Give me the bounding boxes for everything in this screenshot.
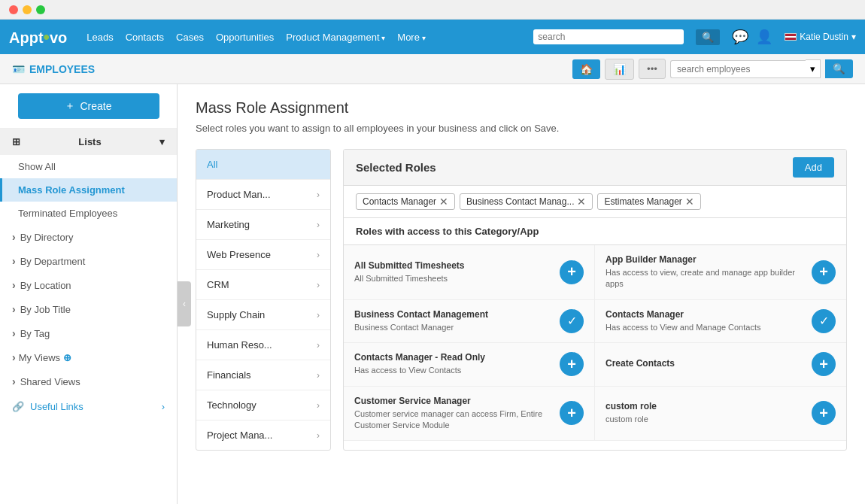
nav-more[interactable]: More bbox=[397, 32, 425, 43]
sidebar: ＋ Create ⊞ Lists ▾ Show All Mass Role As… bbox=[0, 84, 178, 504]
add-role-button[interactable]: + bbox=[560, 352, 584, 376]
my-views-label: My Views bbox=[19, 352, 60, 363]
sidebar-lists-section: ⊞ Lists ▾ Show All Mass Role Assignment … bbox=[0, 128, 177, 225]
cat-financials[interactable]: Financials › bbox=[196, 360, 330, 390]
roles-header: Selected Roles Add bbox=[344, 150, 846, 186]
minimize-button[interactable] bbox=[23, 5, 32, 14]
chart-button[interactable]: 📊 bbox=[605, 59, 634, 80]
role-card-app-builder: App Builder Manager Has access to view, … bbox=[595, 245, 846, 300]
sidebar-group-shared-views[interactable]: Shared Views bbox=[0, 369, 177, 393]
cat-technology[interactable]: Technology › bbox=[196, 390, 330, 421]
sidebar-group-job-title[interactable]: By Job Title bbox=[0, 297, 177, 321]
content-inner: Mass Role Assignment Select roles you wa… bbox=[178, 84, 865, 466]
cat-human-reso[interactable]: Human Reso... › bbox=[196, 330, 330, 360]
nav-opportunities[interactable]: Opportunities bbox=[216, 32, 274, 43]
sidebar-group-tag[interactable]: By Tag bbox=[0, 321, 177, 345]
cat-product-man[interactable]: Product Man... › bbox=[196, 180, 330, 210]
top-search-button[interactable]: 🔍 bbox=[696, 29, 720, 45]
sidebar-lists-header[interactable]: ⊞ Lists ▾ bbox=[0, 129, 177, 155]
add-role-button[interactable]: + bbox=[560, 401, 584, 425]
add-role-button[interactable]: + bbox=[560, 260, 584, 284]
sidebar-group-my-views[interactable]: My Views ⊕ bbox=[0, 345, 177, 369]
notifications-icon[interactable]: 👤 bbox=[756, 29, 772, 45]
roles-access-title: Roles with access to this Category/App bbox=[344, 218, 846, 245]
tag-close-estimates-manager[interactable]: ✕ bbox=[685, 196, 694, 207]
role-name: Create Contacts bbox=[606, 358, 804, 369]
messages-icon[interactable]: 💬 bbox=[732, 29, 748, 45]
cat-crm[interactable]: CRM › bbox=[196, 270, 330, 300]
checked-role-button[interactable]: ✓ bbox=[812, 309, 836, 333]
tag-close-contacts-manager[interactable]: ✕ bbox=[439, 196, 448, 207]
cat-arrow: › bbox=[317, 310, 320, 320]
add-role-button[interactable]: + bbox=[812, 260, 836, 284]
sidebar-item-show-all[interactable]: Show All bbox=[0, 155, 177, 178]
home-button[interactable]: 🏠 bbox=[572, 59, 600, 79]
tag-label: Estimates Manager bbox=[604, 196, 681, 207]
role-info: custom role custom role bbox=[606, 401, 804, 425]
employee-search: ▾ bbox=[670, 59, 821, 78]
close-button[interactable] bbox=[9, 5, 18, 14]
role-desc: All Submitted Timesheets bbox=[354, 273, 552, 284]
tag-estimates-manager: Estimates Manager ✕ bbox=[597, 193, 700, 210]
role-info: Contacts Manager Has access to View and … bbox=[606, 309, 804, 333]
selected-tags: Contacts Manager ✕ Business Contact Mana… bbox=[344, 186, 846, 218]
my-views-add-icon[interactable]: ⊕ bbox=[63, 352, 71, 363]
sidebar-item-terminated[interactable]: Terminated Employees bbox=[0, 202, 177, 225]
top-search-input[interactable] bbox=[538, 32, 658, 42]
cat-arrow: › bbox=[317, 220, 320, 230]
role-card-customer-service: Customer Service Manager Customer servic… bbox=[344, 387, 595, 442]
cat-project-mana[interactable]: Project Mana... › bbox=[196, 421, 330, 450]
create-label: Create bbox=[80, 100, 111, 112]
nav-contacts[interactable]: Contacts bbox=[126, 32, 164, 43]
employee-search-dropdown[interactable]: ▾ bbox=[806, 59, 821, 78]
add-role-button[interactable]: + bbox=[812, 401, 836, 425]
sidebar-group-department[interactable]: By Department bbox=[0, 249, 177, 273]
create-button[interactable]: ＋ Create bbox=[18, 93, 159, 119]
role-card-contacts-manager: Contacts Manager Has access to View and … bbox=[595, 300, 846, 343]
role-desc: Has access to View Contacts bbox=[354, 365, 552, 376]
role-info: Customer Service Manager Customer servic… bbox=[354, 396, 552, 432]
sidebar-item-mass-role[interactable]: Mass Role Assignment bbox=[0, 178, 177, 202]
nav-cases[interactable]: Cases bbox=[176, 32, 204, 43]
role-info: App Builder Manager Has access to view, … bbox=[606, 254, 804, 290]
cat-all[interactable]: All bbox=[196, 150, 330, 180]
role-name: App Builder Manager bbox=[606, 254, 804, 265]
app-logo: Appt•vo bbox=[9, 26, 67, 47]
employees-icon: 🪪 bbox=[12, 63, 25, 75]
cat-web-presence[interactable]: Web Presence › bbox=[196, 240, 330, 270]
content-area: Mass Role Assignment Select roles you wa… bbox=[178, 84, 865, 504]
logo-text: Appt•vo bbox=[9, 26, 67, 47]
checked-role-button[interactable]: ✓ bbox=[560, 309, 584, 333]
role-desc: custom role bbox=[606, 414, 804, 425]
top-navigation: Appt•vo Leads Contacts Cases Opportuniti… bbox=[0, 20, 865, 54]
role-desc: Customer service manager can access Firm… bbox=[354, 408, 552, 432]
cat-arrow: › bbox=[317, 370, 320, 381]
add-role-button[interactable]: + bbox=[812, 352, 836, 376]
user-name[interactable]: Katie Dustin bbox=[800, 32, 848, 42]
tag-business-contact: Business Contact Manag... ✕ bbox=[460, 193, 593, 210]
role-name: custom role bbox=[606, 401, 804, 411]
nav-product-management[interactable]: Product Management bbox=[286, 32, 385, 43]
sidebar-group-location[interactable]: By Location bbox=[0, 273, 177, 297]
sidebar-useful-links[interactable]: 🔗 Useful Links › bbox=[0, 393, 177, 420]
role-card-contacts-readonly: Contacts Manager - Read Only Has access … bbox=[344, 343, 595, 386]
more-dots-button[interactable]: ••• bbox=[639, 59, 666, 79]
role-card-business-contact: Business Contact Management Business Con… bbox=[344, 300, 595, 343]
tag-close-business-contact[interactable]: ✕ bbox=[577, 196, 586, 207]
main-layout: ＋ Create ⊞ Lists ▾ Show All Mass Role As… bbox=[0, 84, 865, 504]
role-card-create-contacts: Create Contacts + bbox=[595, 343, 846, 386]
role-info: Contacts Manager - Read Only Has access … bbox=[354, 352, 552, 376]
employee-search-input[interactable] bbox=[670, 60, 806, 78]
cat-supply-chain[interactable]: Supply Chain › bbox=[196, 300, 330, 330]
top-search-bar bbox=[533, 29, 684, 44]
sidebar-group-directory[interactable]: By Directory bbox=[0, 225, 177, 249]
roles-panel-title: Selected Roles bbox=[356, 161, 436, 174]
cat-marketing[interactable]: Marketing › bbox=[196, 210, 330, 240]
sidebar-collapse-button[interactable]: ‹ bbox=[178, 281, 191, 326]
employee-search-button[interactable]: 🔍 bbox=[825, 59, 853, 78]
nav-leads[interactable]: Leads bbox=[86, 32, 113, 43]
add-button[interactable]: Add bbox=[793, 157, 834, 178]
user-dropdown-icon[interactable]: ▾ bbox=[851, 32, 856, 42]
nav-icons: 💬 👤 bbox=[732, 29, 772, 45]
maximize-button[interactable] bbox=[36, 5, 45, 14]
